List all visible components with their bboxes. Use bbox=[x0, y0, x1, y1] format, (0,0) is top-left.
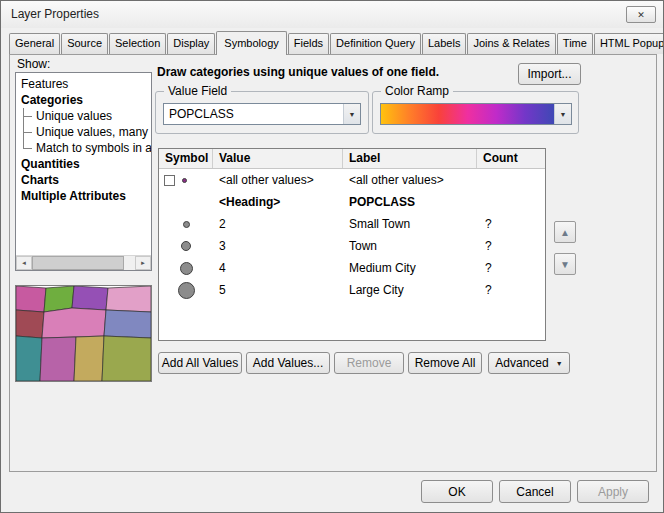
cancel-button[interactable]: Cancel bbox=[499, 480, 571, 503]
tab-bar: General Source Selection Display Symbolo… bbox=[9, 31, 664, 54]
value-cell: 3 bbox=[213, 239, 343, 253]
dropdown-glyph: ▼ bbox=[349, 111, 356, 118]
map-polygon bbox=[102, 336, 151, 381]
label-cell: POPCLASS bbox=[343, 195, 477, 209]
symbol-cell bbox=[159, 213, 213, 235]
remove-all-button[interactable]: Remove All bbox=[408, 352, 482, 374]
tab-symbology[interactable]: Symbology bbox=[216, 31, 286, 55]
label-cell: Town bbox=[343, 239, 477, 253]
header-symbol[interactable]: Symbol bbox=[159, 149, 213, 168]
advanced-button[interactable]: Advanced ▼ bbox=[488, 352, 570, 374]
value-cell: 4 bbox=[213, 261, 343, 275]
tab-time[interactable]: Time bbox=[557, 33, 593, 54]
color-ramp-preview bbox=[381, 104, 554, 124]
import-button[interactable]: Import... bbox=[518, 63, 581, 85]
add-values-button[interactable]: Add Values... bbox=[246, 352, 330, 374]
move-up-button[interactable]: ▲ bbox=[554, 221, 576, 243]
tab-html-popup[interactable]: HTML Popup bbox=[594, 33, 664, 54]
color-ramp-combo[interactable]: ▼ bbox=[380, 103, 572, 125]
map-polygon bbox=[16, 310, 44, 338]
color-ramp-label: Color Ramp bbox=[381, 84, 453, 98]
arrow-up-icon: ▲ bbox=[560, 227, 570, 238]
show-item-unique-values[interactable]: Unique values bbox=[16, 108, 151, 124]
values-table: Symbol Value Label Count <all other valu… bbox=[158, 148, 546, 341]
show-item-charts[interactable]: Charts bbox=[16, 172, 151, 188]
table-row[interactable]: <Heading> POPCLASS bbox=[159, 191, 545, 213]
value-field-combo[interactable]: POPCLASS ▼ bbox=[163, 103, 361, 125]
show-item-unique-values-many[interactable]: Unique values, many bbox=[16, 124, 151, 140]
show-item-multiple-attributes[interactable]: Multiple Attributes bbox=[16, 188, 151, 204]
ok-button[interactable]: OK bbox=[421, 480, 493, 503]
symbol-dot[interactable] bbox=[178, 282, 195, 299]
map-preview bbox=[15, 285, 152, 382]
arrow-down-icon: ▼ bbox=[560, 259, 570, 270]
scroll-left-icon: ◄ bbox=[21, 260, 27, 266]
scroll-left-button[interactable]: ◄ bbox=[16, 256, 32, 270]
value-field-group: Value Field POPCLASS ▼ bbox=[155, 91, 369, 134]
map-polygon bbox=[42, 308, 106, 338]
apply-button[interactable]: Apply bbox=[577, 480, 649, 503]
header-label[interactable]: Label bbox=[343, 149, 477, 168]
tab-labels[interactable]: Labels bbox=[422, 33, 466, 54]
symbol-cell bbox=[159, 257, 213, 279]
scroll-right-button[interactable]: ► bbox=[135, 256, 151, 270]
count-cell: ? bbox=[477, 239, 545, 253]
move-down-button[interactable]: ▼ bbox=[554, 253, 576, 275]
tab-source[interactable]: Source bbox=[61, 33, 108, 54]
symbol-cell bbox=[159, 191, 213, 213]
symbol-dot[interactable] bbox=[180, 262, 193, 275]
table-row[interactable]: 3 Town ? bbox=[159, 235, 545, 257]
table-row[interactable]: <all other values> <all other values> bbox=[159, 169, 545, 191]
header-value[interactable]: Value bbox=[213, 149, 343, 168]
add-all-values-button[interactable]: Add All Values bbox=[158, 352, 242, 374]
tab-definition-query[interactable]: Definition Query bbox=[330, 33, 421, 54]
map-polygon bbox=[74, 336, 104, 381]
map-polygon bbox=[104, 310, 151, 338]
value-field-label: Value Field bbox=[164, 84, 231, 98]
show-item-features[interactable]: Features bbox=[16, 76, 151, 92]
layer-properties-dialog: Layer Properties ✕ General Source Select… bbox=[0, 0, 664, 513]
table-row[interactable]: 4 Medium City ? bbox=[159, 257, 545, 279]
tab-display[interactable]: Display bbox=[167, 33, 215, 54]
count-cell: ? bbox=[477, 261, 545, 275]
chevron-down-icon[interactable]: ▼ bbox=[554, 104, 571, 124]
label-cell: <all other values> bbox=[343, 173, 477, 187]
header-count[interactable]: Count bbox=[477, 149, 545, 168]
all-other-values-checkbox[interactable] bbox=[164, 175, 175, 186]
tab-general[interactable]: General bbox=[9, 33, 60, 54]
close-button[interactable]: ✕ bbox=[626, 6, 656, 23]
value-cell: 5 bbox=[213, 283, 343, 297]
label-cell: Small Town bbox=[343, 217, 477, 231]
scrollbar-thumb[interactable] bbox=[32, 256, 124, 270]
advanced-label: Advanced bbox=[495, 356, 548, 370]
scroll-right-icon: ► bbox=[140, 260, 146, 266]
tab-joins-relates[interactable]: Joins & Relates bbox=[467, 33, 555, 54]
count-cell: ? bbox=[477, 217, 545, 231]
tab-fields[interactable]: Fields bbox=[288, 33, 329, 54]
symbology-page: Show: Features Categories Unique values … bbox=[9, 54, 657, 472]
show-item-quantities[interactable]: Quantities bbox=[16, 156, 151, 172]
symbol-dot[interactable] bbox=[183, 221, 190, 228]
table-header: Symbol Value Label Count bbox=[159, 149, 545, 169]
symbol-dot[interactable] bbox=[182, 178, 187, 183]
show-list-hscrollbar[interactable]: ◄ ► bbox=[16, 255, 151, 270]
dropdown-glyph: ▼ bbox=[560, 111, 567, 118]
categories-children: Unique values Unique values, many Match … bbox=[16, 108, 151, 156]
chevron-down-icon[interactable]: ▼ bbox=[343, 104, 360, 124]
symbol-cell bbox=[159, 279, 213, 301]
count-cell: ? bbox=[477, 283, 545, 297]
scrollbar-track[interactable] bbox=[124, 256, 135, 270]
remove-button[interactable]: Remove bbox=[334, 352, 404, 374]
table-row[interactable]: 2 Small Town ? bbox=[159, 213, 545, 235]
show-label: Show: bbox=[17, 57, 50, 71]
map-polygon bbox=[106, 286, 151, 312]
tab-selection[interactable]: Selection bbox=[109, 33, 166, 54]
symbol-cell bbox=[159, 169, 213, 191]
show-item-match-symbols[interactable]: Match to symbols in a bbox=[16, 140, 151, 156]
window-title: Layer Properties bbox=[11, 7, 99, 21]
symbol-dot[interactable] bbox=[181, 241, 191, 251]
value-cell: 2 bbox=[213, 217, 343, 231]
show-item-categories[interactable]: Categories bbox=[16, 92, 151, 108]
titlebar[interactable]: Layer Properties ✕ bbox=[1, 1, 663, 28]
table-row[interactable]: 5 Large City ? bbox=[159, 279, 545, 301]
